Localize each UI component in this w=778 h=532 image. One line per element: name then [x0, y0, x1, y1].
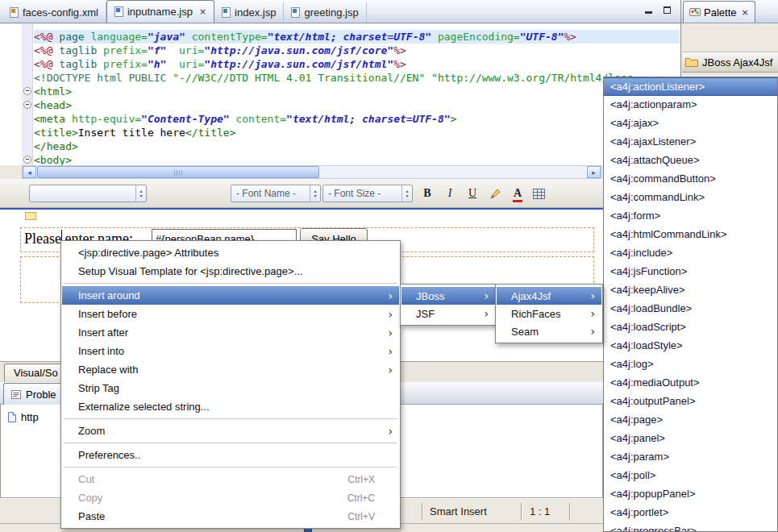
palette-item-a4j-include[interactable]: <a4j:include> — [604, 244, 777, 263]
menu-item-jsf[interactable]: JSF› — [401, 305, 495, 322]
menu-item-zoom[interactable]: Zoom› — [62, 422, 399, 440]
menu-item-insert-into[interactable]: Insert into› — [62, 342, 399, 360]
source-editor[interactable]: <%@ page language="java" contentType="te… — [0, 24, 680, 165]
font-name-combo[interactable]: - Font Name - ▴▾ — [231, 185, 321, 202]
code-token: <html> — [34, 85, 72, 98]
palette-item-a4j-htmlcommandlink[interactable]: <a4j:htmlCommandLink> — [604, 226, 777, 244]
palette-drawer-jboss-ajax4jsf[interactable]: JBoss Ajax4Jsf — [682, 52, 778, 73]
palette-item-a4j-progressbar[interactable]: <a4j:progressBar> — [604, 522, 777, 532]
editor-tab-index-jsp[interactable]: index.jsp — [214, 2, 284, 23]
code-line[interactable]: <head> — [34, 98, 680, 112]
palette-item-a4j-jsfunction[interactable]: <a4j:jsFunction> — [604, 263, 777, 281]
combo-spinner-icon[interactable]: ▴▾ — [310, 185, 320, 202]
menu-item-insert-after[interactable]: Insert after› — [62, 323, 399, 342]
submenu-jboss: JBoss›JSF› — [400, 284, 497, 326]
code-line[interactable]: <!DOCTYPE html PUBLIC "-//W3C//DTD HTML … — [34, 71, 680, 85]
tab-palette[interactable]: Palette × — [683, 1, 755, 23]
problems-icon — [10, 389, 22, 400]
palette-item-a4j-loadbundle[interactable]: <a4j:loadBundle> — [604, 300, 777, 318]
palette-item-a4j-poll[interactable]: <a4j:poll> — [604, 467, 777, 485]
highlight-color-icon[interactable] — [485, 185, 505, 202]
menu-item-richfaces[interactable]: RichFaces› — [497, 305, 601, 322]
fold-collapse-icon[interactable] — [23, 156, 31, 164]
tab-visual-source[interactable]: Visual/So — [4, 364, 64, 383]
code-line[interactable]: </head> — [34, 139, 680, 153]
code-line[interactable]: <title>Insert title here</title> — [34, 126, 680, 139]
palette-item-a4j-attachqueue[interactable]: <a4j:attachQueue> — [604, 152, 777, 170]
menu-item-paste[interactable]: PasteCtrl+V — [62, 507, 399, 526]
menu-item-strip-tag[interactable]: Strip Tag — [62, 379, 399, 397]
code-line[interactable]: <body> — [34, 153, 680, 165]
fold-collapse-icon[interactable] — [23, 87, 31, 95]
maximize-icon[interactable] — [660, 4, 673, 15]
palette-item-a4j-keepalive[interactable]: <a4j:keepAlive> — [604, 281, 777, 300]
palette-item-a4j-form[interactable]: <a4j:form> — [604, 207, 777, 226]
menu-item-replace-with[interactable]: Replace with› — [62, 360, 399, 379]
palette-item-a4j-commandlink[interactable]: <a4j:commandLink> — [604, 189, 777, 207]
palette-item-a4j-param[interactable]: <a4j:param> — [604, 448, 777, 467]
font-name-combo-value: - Font Name - — [231, 188, 310, 199]
menu-item-label: JSF — [416, 308, 484, 320]
underline-button[interactable]: U — [463, 185, 482, 202]
editor-tab-inputname-jsp[interactable]: inputname.jsp× — [106, 0, 214, 23]
tab-problems[interactable]: Proble — [3, 383, 64, 405]
palette-item-a4j-log[interactable]: <a4j:log> — [604, 355, 777, 374]
palette-item-a4j-popuppanel[interactable]: <a4j:popupPanel> — [604, 485, 777, 504]
combo-spinner-icon[interactable]: ▴▾ — [401, 185, 412, 202]
palette-item-a4j-outputpanel[interactable]: <a4j:outputPanel> — [604, 393, 777, 411]
close-icon[interactable]: × — [199, 6, 206, 17]
code-token: "h" — [148, 58, 166, 70]
menu-item-setup-visual-template-for-jsp-directive-page[interactable]: Setup Visual Template for <jsp:directive… — [62, 262, 399, 281]
horizontal-scrollbar[interactable]: ◂ ▸ — [22, 165, 601, 179]
italic-button[interactable]: I — [440, 185, 460, 202]
palette-item-a4j-loadscript[interactable]: <a4j:loadScript> — [604, 318, 777, 337]
menu-item-insert-before[interactable]: Insert before› — [62, 305, 399, 323]
code-line[interactable]: <%@ page language="java" contentType="te… — [34, 30, 680, 44]
menu-item-label: Cut — [78, 473, 347, 485]
code-line[interactable]: <%@ taglib prefix="h" uri="http://java.s… — [34, 57, 680, 71]
palette-item-a4j-portlet[interactable]: <a4j:portlet> — [604, 504, 777, 522]
menu-item-preferences[interactable]: Preferences.. — [62, 446, 399, 464]
folder-icon — [685, 57, 698, 67]
fold-collapse-icon[interactable] — [23, 101, 31, 109]
menu-item-insert-around[interactable]: Insert around› — [62, 286, 399, 305]
close-icon[interactable]: × — [741, 7, 748, 18]
code-token: </head> — [34, 140, 78, 152]
palette-item-a4j-ajaxlistener[interactable]: <a4j:ajaxListener> — [604, 133, 777, 152]
menu-item-label: Seam — [511, 326, 590, 338]
scroll-right-icon[interactable]: ▸ — [587, 166, 601, 178]
editor-tab-label: index.jsp — [235, 6, 276, 19]
code-line[interactable]: <html> — [34, 85, 680, 98]
palette-item-a4j-ajax[interactable]: <a4j:ajax> — [604, 114, 777, 133]
font-size-combo[interactable]: - Font Size - ▴▾ — [322, 185, 413, 202]
palette-item-a4j-commandbutton[interactable]: <a4j:commandButton> — [604, 170, 777, 189]
scroll-left-icon[interactable]: ◂ — [23, 166, 36, 178]
menu-item-jboss[interactable]: JBoss› — [401, 287, 495, 305]
style-combo[interactable]: ▴▾ — [29, 185, 147, 202]
palette-item-a4j-actionparam[interactable]: <a4j:actionparam> — [604, 96, 777, 114]
menu-item-seam[interactable]: Seam› — [497, 322, 601, 340]
bold-button[interactable]: B — [418, 185, 437, 202]
font-color-icon[interactable]: A — [508, 185, 527, 202]
code-line[interactable]: <%@ taglib prefix="f" uri="http://java.s… — [34, 44, 680, 57]
menu-item-externalize-selected-string[interactable]: Externalize selected string... — [62, 397, 399, 416]
editor-tab-faces-config-xml[interactable]: faces-config.xml — [2, 2, 106, 23]
problem-row[interactable]: http — [7, 411, 39, 423]
combo-spinner-icon[interactable]: ▴▾ — [135, 185, 146, 202]
scrollbar-thumb[interactable] — [37, 166, 319, 178]
code-line[interactable]: <meta http-equiv="Content-Type" content=… — [34, 112, 680, 126]
minimize-icon[interactable] — [642, 4, 655, 15]
palette-item-a4j-page[interactable]: <a4j:page> — [604, 411, 777, 430]
menu-item-jsp-directive-page-attributes[interactable]: <jsp:directive.page> Attributes — [62, 243, 399, 262]
table-borders-icon[interactable] — [529, 185, 548, 202]
palette-item-a4j-actionlistener[interactable]: <a4j:actionListener> — [604, 77, 777, 96]
palette-item-a4j-panel[interactable]: <a4j:panel> — [604, 430, 777, 448]
status-separator — [569, 503, 571, 520]
palette-item-a4j-mediaoutput[interactable]: <a4j:mediaOutput> — [604, 374, 777, 393]
editor-tab-greeting-jsp[interactable]: greeting.jsp — [284, 2, 366, 23]
menu-item-ajax4jsf[interactable]: Ajax4Jsf› — [497, 287, 601, 305]
window-controls — [642, 4, 673, 15]
palette-item-a4j-loadstyle[interactable]: <a4j:loadStyle> — [604, 337, 777, 355]
tag-marker-icon[interactable] — [25, 212, 36, 220]
ide-window: faces-config.xmlinputname.jsp×index.jspg… — [0, 0, 778, 532]
